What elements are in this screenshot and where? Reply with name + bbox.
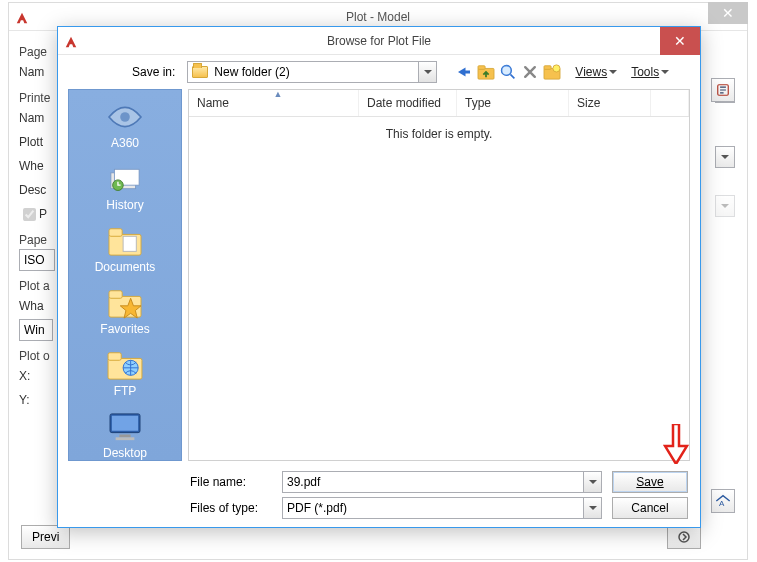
- svg-rect-21: [108, 353, 121, 361]
- svg-text:A: A: [719, 499, 725, 508]
- svg-point-11: [120, 112, 130, 122]
- new-folder-icon[interactable]: [543, 63, 561, 81]
- a360-icon: [105, 100, 145, 134]
- empty-folder-text: This folder is empty.: [189, 117, 689, 151]
- svg-rect-3: [464, 71, 470, 74]
- plot-style-icon-button[interactable]: A: [711, 489, 735, 513]
- save-in-dropdown[interactable]: New folder (2): [187, 61, 437, 83]
- file-type-value: PDF (*.pdf): [287, 501, 347, 515]
- file-name-value: 39.pdf: [287, 475, 320, 489]
- svg-rect-19: [109, 291, 122, 299]
- file-type-label: Files of type:: [190, 501, 272, 515]
- sidebar-item-desktop[interactable]: Desktop: [69, 408, 181, 464]
- save-in-label: Save in:: [132, 65, 175, 79]
- back-icon[interactable]: [455, 63, 473, 81]
- svg-rect-16: [109, 229, 122, 237]
- svg-rect-17: [123, 236, 136, 251]
- sidebar-item-a360[interactable]: A360: [69, 98, 181, 154]
- ftp-icon: [105, 348, 145, 382]
- paper-size-select[interactable]: [19, 249, 55, 271]
- places-sidebar: A360 History Documents Favorites FTP Des…: [68, 89, 182, 461]
- tools-menu[interactable]: Tools: [631, 65, 669, 79]
- col-name[interactable]: Name▲: [189, 90, 359, 116]
- file-listing: Name▲ Date modified Type Size This folde…: [188, 89, 690, 461]
- file-name-input[interactable]: 39.pdf: [282, 471, 602, 493]
- printer-props-dropdown-button[interactable]: [715, 195, 735, 217]
- col-size[interactable]: Size: [569, 90, 651, 116]
- sidebar-item-history[interactable]: History: [69, 160, 181, 216]
- dialog-footer: File name: 39.pdf Save Files of type: PD…: [58, 461, 700, 519]
- plot-title-text: Plot - Model: [346, 10, 410, 24]
- dialog-title-text: Browse for Plot File: [327, 34, 431, 48]
- plot-area-select[interactable]: [19, 319, 53, 341]
- up-folder-icon[interactable]: [477, 63, 495, 81]
- cancel-button[interactable]: Cancel: [612, 497, 688, 519]
- col-type[interactable]: Type: [457, 90, 569, 116]
- svg-rect-26: [116, 437, 135, 440]
- autocad-logo-icon: [64, 31, 78, 59]
- dialog-title-bar: Browse for Plot File ✕: [58, 27, 700, 55]
- plot-to-file-label: P: [39, 207, 47, 221]
- chevron-down-icon: [418, 62, 436, 82]
- favorites-icon: [105, 286, 145, 320]
- sort-asc-icon: ▲: [274, 89, 283, 99]
- save-in-value: New folder (2): [214, 65, 289, 79]
- views-menu[interactable]: Views: [575, 65, 617, 79]
- search-web-icon[interactable]: [499, 63, 517, 81]
- sidebar-item-ftp[interactable]: FTP: [69, 346, 181, 402]
- svg-point-2: [679, 532, 689, 542]
- folder-icon: [192, 66, 208, 78]
- svg-rect-25: [119, 435, 130, 438]
- history-icon: [105, 162, 145, 196]
- file-type-select[interactable]: PDF (*.pdf): [282, 497, 602, 519]
- browse-plot-file-dialog: Browse for Plot File ✕ Save in: New fold…: [57, 26, 701, 528]
- plot-to-file-checkbox[interactable]: [23, 208, 36, 221]
- svg-point-10: [553, 65, 560, 72]
- sidebar-item-documents[interactable]: Documents: [69, 222, 181, 278]
- delete-icon[interactable]: [521, 63, 539, 81]
- svg-rect-5: [478, 66, 485, 70]
- list-header: Name▲ Date modified Type Size: [189, 90, 689, 117]
- autocad-logo-icon: [15, 7, 29, 35]
- save-button[interactable]: Save: [612, 471, 688, 493]
- expand-button[interactable]: [667, 525, 701, 549]
- col-end: [651, 90, 689, 116]
- svg-rect-24: [112, 416, 138, 431]
- file-name-label: File name:: [190, 475, 272, 489]
- preview-button[interactable]: Previ: [21, 525, 70, 549]
- col-date[interactable]: Date modified: [359, 90, 457, 116]
- svg-rect-9: [544, 66, 551, 70]
- svg-point-7: [502, 66, 512, 76]
- desktop-icon: [105, 410, 145, 444]
- page-setup-icon-button[interactable]: [711, 78, 735, 102]
- chevron-down-icon: [583, 498, 601, 518]
- chevron-down-icon: [583, 472, 601, 492]
- sidebar-item-favorites[interactable]: Favorites: [69, 284, 181, 340]
- dialog-toolbar: Save in: New folder (2) Views Tools: [58, 55, 700, 89]
- dialog-close-button[interactable]: ✕: [660, 27, 700, 55]
- documents-icon: [105, 224, 145, 258]
- printer-name-dropdown-button[interactable]: [715, 146, 735, 168]
